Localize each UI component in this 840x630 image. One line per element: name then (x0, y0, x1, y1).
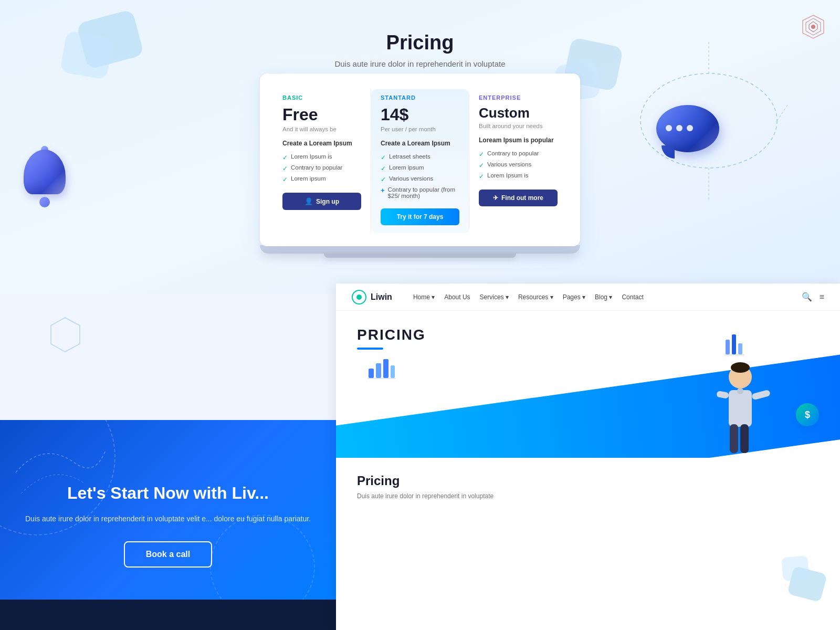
laptop-foot (324, 254, 516, 258)
wp-navbar: Liwin Home ▾ About Us Services ▾ Resourc… (336, 284, 840, 311)
wp-logo-circle (352, 290, 366, 304)
plan-enterprise-feature-title: Loream Ipsum is popular (479, 136, 558, 144)
chat-bubble-3d (656, 105, 730, 163)
plan-basic-features: ✓Lorem Ipsum is ✓Contrary to popular ✓Lo… (282, 153, 361, 183)
feature-item: ✓Letraset sheets (381, 153, 459, 161)
wp-logo: Liwin (352, 290, 392, 304)
wp-bottom-content: Pricing Duis aute irure dolor in reprehe… (336, 458, 840, 510)
search-icon[interactable]: 🔍 (802, 292, 812, 302)
check-icon: ✓ (381, 154, 386, 161)
check-icon: ✓ (282, 165, 288, 172)
svg-rect-10 (376, 363, 381, 378)
plan-enterprise-features: ✓Contrary to popular ✓Various versions ✓… (479, 150, 558, 180)
svg-rect-24 (740, 424, 749, 453)
laptop-screen: BASIC Free And it will always be Create … (260, 74, 580, 246)
svg-rect-20 (729, 390, 752, 427)
svg-rect-23 (730, 424, 738, 453)
check-icon: ✓ (381, 176, 386, 183)
wp-bottom-subtitle: Duis aute irure dolor in reprehenderit i… (357, 492, 819, 500)
check-icon: ✓ (479, 173, 484, 180)
svg-rect-12 (391, 365, 395, 378)
svg-rect-14 (726, 340, 730, 354)
nav-link-services[interactable]: Services ▾ (480, 293, 509, 301)
feature-item: ✓Various versions (381, 175, 459, 183)
plan-basic-label: BASIC (282, 94, 361, 101)
plan-enterprise-price-desc: Built around your needs (479, 123, 558, 129)
check-icon: ✓ (282, 154, 288, 161)
deco-sq-br2 (781, 555, 810, 581)
check-icon: ✓ (479, 162, 484, 169)
svg-rect-9 (369, 369, 374, 378)
book-call-button[interactable]: Book a call (124, 541, 212, 568)
svg-marker-8 (51, 318, 80, 352)
laptop-base (260, 245, 580, 254)
feature-item: ✓Lorem Ipsum is (282, 153, 361, 161)
svg-point-7 (811, 25, 815, 29)
svg-point-19 (731, 362, 750, 373)
wp-logo-text: Liwin (371, 292, 392, 302)
wp-nav-links: Home ▾ About Us Services ▾ Resources ▾ P… (413, 293, 791, 301)
cta-content: Let's Start Now with Liv... Duis aute ir… (0, 420, 336, 630)
plan-standard-price: 14$ (381, 105, 459, 124)
findout-button[interactable]: ✈ Find out more (479, 190, 558, 206)
nav-link-pages[interactable]: Pages ▾ (563, 293, 585, 301)
check-icon: ✓ (282, 176, 288, 183)
wp-logo-inner (356, 295, 362, 300)
bar-chart-illustration (368, 353, 396, 381)
nav-link-about[interactable]: About Us (444, 293, 470, 301)
svg-rect-15 (732, 334, 736, 354)
feature-item: +Contrary to popular (from $25/ month) (381, 186, 459, 199)
feature-item: ✓Lorem ipsum (282, 175, 361, 183)
svg-point-25 (737, 388, 743, 394)
feature-item: ✓Lorem ipsum (381, 164, 459, 172)
feature-item: ✓Contrary to popular (479, 150, 558, 158)
svg-line-3 (777, 105, 788, 121)
svg-rect-16 (738, 343, 742, 354)
bell-3d-icon (10, 142, 79, 210)
nav-link-resources[interactable]: Resources ▾ (518, 293, 553, 301)
plan-standard-price-desc: Per user / per month (381, 126, 459, 132)
plan-enterprise-price: Custom (479, 105, 558, 121)
trial-button[interactable]: Try it for 7 days (381, 208, 459, 225)
check-icon: ✓ (479, 151, 484, 158)
feature-item: ✓Contrary to popular (282, 164, 361, 172)
cta-section: Let's Start Now with Liv... Duis aute ir… (0, 420, 336, 630)
website-preview: Liwin Home ▾ About Us Services ▾ Resourc… (336, 284, 840, 630)
plans-grid: BASIC Free And it will always be Create … (273, 89, 567, 233)
feature-item: ✓Lorem Ipsum is (479, 172, 558, 180)
plan-enterprise-label: ENTERPRISE (479, 94, 558, 101)
plan-basic-feature-title: Create a Loream Ipsum (282, 140, 361, 147)
cta-subtitle: Duis aute irure dolor in reprehenderit i… (25, 513, 311, 524)
signup-button[interactable]: 👤 Sign up (282, 193, 361, 210)
cta-title: Let's Start Now with Liv... (67, 482, 269, 505)
deco-shape-tl2 (60, 30, 114, 80)
svg-rect-21 (716, 391, 729, 399)
wp-hero: PRICING (336, 311, 840, 458)
plan-basic: BASIC Free And it will always be Create … (273, 89, 371, 233)
hex-shape (48, 315, 82, 356)
page-subtitle: Duis aute irure dolor in reprehenderit i… (0, 59, 840, 68)
logo-icon (800, 13, 827, 40)
plan-standard-feature-title: Create a Loream Ipsum (381, 140, 459, 147)
menu-icon[interactable]: ≡ (820, 292, 824, 302)
nav-link-contact[interactable]: Contact (622, 293, 643, 301)
plus-icon: + (381, 186, 385, 194)
nav-link-home[interactable]: Home ▾ (413, 293, 435, 301)
wp-bottom-title: Pricing (357, 474, 819, 488)
plan-basic-price-desc: And it will always be (282, 126, 361, 132)
wp-nav-icons: 🔍 ≡ (802, 292, 824, 302)
plan-basic-price: Free (282, 105, 361, 124)
top-section: Pricing Duis aute irure dolor in reprehe… (0, 0, 840, 294)
stats-icon (724, 332, 746, 358)
plan-enterprise: ENTERPRISE Custom Built around your need… (469, 89, 567, 233)
wp-hero-underline (357, 348, 383, 350)
svg-rect-11 (383, 359, 388, 378)
plan-standard-label: STANTARD (381, 94, 459, 101)
laptop-container: BASIC Free And it will always be Create … (260, 74, 580, 258)
person-illustration (704, 361, 777, 458)
dollar-badge: $ (796, 403, 819, 426)
feature-item: ✓Various versions (479, 161, 558, 169)
svg-rect-22 (751, 390, 771, 401)
plan-standard: STANTARD 14$ Per user / per month Create… (371, 89, 469, 233)
nav-link-blog[interactable]: Blog ▾ (595, 293, 612, 301)
